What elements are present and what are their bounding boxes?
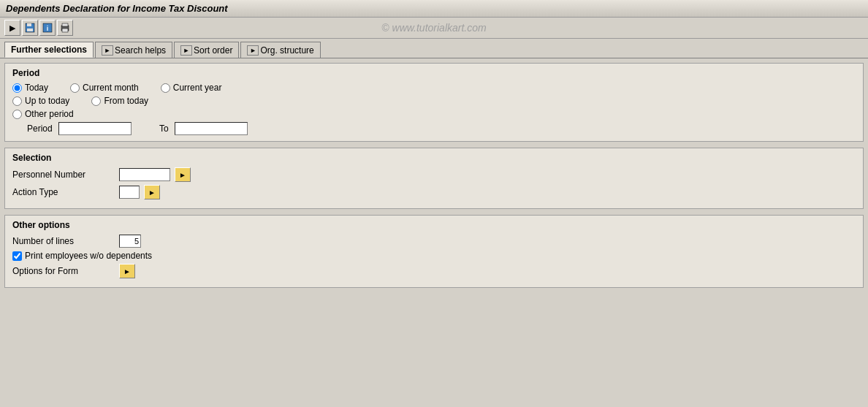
period-row-3: Other period bbox=[12, 109, 856, 119]
svg-text:i: i bbox=[47, 25, 49, 32]
svg-rect-1 bbox=[27, 23, 31, 26]
period-from-label: Period bbox=[27, 123, 53, 134]
tab-search-helps[interactable]: ► Search helps bbox=[95, 42, 172, 58]
svg-rect-6 bbox=[62, 23, 68, 26]
period-field-row: Period To bbox=[12, 122, 856, 135]
radio-today-label: Today bbox=[25, 83, 48, 93]
radio-today[interactable]: Today bbox=[12, 83, 48, 93]
tab-sort-order-arrow: ► bbox=[180, 45, 192, 56]
radio-from-today[interactable]: From today bbox=[91, 96, 148, 106]
action-type-input[interactable] bbox=[119, 186, 140, 199]
radio-up-to-today-label: Up to today bbox=[25, 96, 69, 106]
tab-search-helps-arrow: ► bbox=[102, 45, 113, 56]
personnel-number-label: Personnel Number bbox=[12, 170, 115, 180]
tab-org-structure-arrow: ► bbox=[247, 45, 259, 56]
title-text: Dependents Declaration for Income Tax Di… bbox=[6, 3, 228, 14]
radio-up-to-today[interactable]: Up to today bbox=[12, 96, 69, 106]
tab-further-selections[interactable]: Further selections bbox=[4, 42, 94, 58]
period-section-title: Period bbox=[12, 68, 856, 78]
svg-rect-2 bbox=[27, 28, 33, 31]
tab-bar: Further selections ► Search helps ► Sort… bbox=[0, 39, 868, 58]
period-from-input[interactable] bbox=[58, 122, 132, 135]
tab-search-helps-label: Search helps bbox=[115, 45, 166, 56]
period-to-input[interactable] bbox=[175, 122, 248, 135]
radio-current-month[interactable]: Current month bbox=[70, 83, 139, 93]
action-type-row: Action Type ► bbox=[12, 185, 856, 199]
number-of-lines-row: Number of lines bbox=[12, 235, 856, 248]
selection-section-title: Selection bbox=[12, 153, 856, 163]
other-options-section-title: Other options bbox=[12, 220, 856, 230]
number-of-lines-input[interactable] bbox=[119, 235, 141, 248]
tab-org-structure-label: Org. structure bbox=[260, 45, 313, 56]
tab-further-selections-label: Further selections bbox=[11, 45, 87, 55]
radio-other-period-label: Other period bbox=[25, 109, 74, 119]
other-options-section: Other options Number of lines Print empl… bbox=[4, 215, 864, 288]
action-type-label: Action Type bbox=[12, 187, 115, 197]
radio-from-today-label: From today bbox=[104, 96, 148, 106]
options-for-form-btn[interactable]: ► bbox=[119, 264, 135, 278]
period-row-1: Today Current month Current year bbox=[12, 83, 856, 93]
toolbar: ▶ i © www.tutorialkart.com bbox=[0, 18, 868, 39]
svg-rect-7 bbox=[62, 28, 68, 32]
save-button[interactable] bbox=[22, 20, 38, 36]
options-for-form-row: Options for Form ► bbox=[12, 264, 856, 278]
personnel-number-arrow-btn[interactable]: ► bbox=[175, 167, 191, 182]
personnel-number-input[interactable] bbox=[119, 168, 170, 181]
print-checkbox-label[interactable]: Print employees w/o dependents bbox=[12, 251, 152, 261]
radio-other-period[interactable]: Other period bbox=[12, 109, 74, 119]
number-of-lines-label: Number of lines bbox=[12, 236, 115, 246]
print-checkbox-row: Print employees w/o dependents bbox=[12, 251, 856, 261]
print-checkbox-text: Print employees w/o dependents bbox=[25, 251, 152, 261]
tab-sort-order-label: Sort order bbox=[194, 45, 232, 56]
action-type-arrow-btn[interactable]: ► bbox=[144, 185, 160, 199]
radio-current-year-label: Current year bbox=[173, 83, 222, 93]
personnel-number-row: Personnel Number ► bbox=[12, 167, 856, 182]
tab-sort-order[interactable]: ► Sort order bbox=[174, 42, 239, 58]
radio-current-month-label: Current month bbox=[83, 83, 139, 93]
tab-org-structure[interactable]: ► Org. structure bbox=[240, 42, 320, 58]
watermark: © www.tutorialkart.com bbox=[381, 22, 486, 34]
main-content: Period Today Current month Current year … bbox=[0, 58, 868, 298]
print-button[interactable] bbox=[57, 20, 73, 36]
period-section: Period Today Current month Current year … bbox=[4, 63, 864, 142]
execute-button[interactable]: ▶ bbox=[4, 20, 20, 36]
info-button[interactable]: i bbox=[39, 20, 56, 36]
options-for-form-label: Options for Form bbox=[12, 266, 115, 276]
radio-current-year[interactable]: Current year bbox=[161, 83, 222, 93]
selection-section: Selection Personnel Number ► Action Type… bbox=[4, 148, 864, 209]
period-row-2: Up to today From today bbox=[12, 96, 856, 106]
title-bar: Dependents Declaration for Income Tax Di… bbox=[0, 0, 868, 18]
print-checkbox[interactable] bbox=[12, 251, 22, 261]
period-to-label: To bbox=[159, 123, 169, 134]
